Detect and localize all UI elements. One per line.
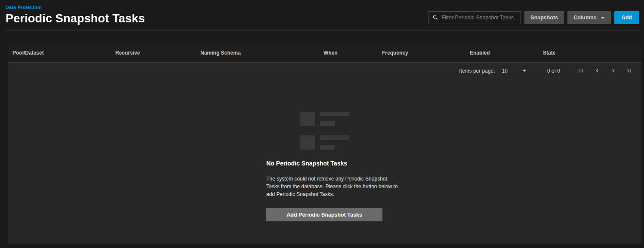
skeleton-square-icon [300, 135, 315, 150]
paginator: Items per page: 10 0 of 0 [8, 63, 641, 79]
skeleton-row [300, 112, 349, 126]
first-page-icon [578, 67, 585, 74]
column-header-state[interactable]: State [543, 50, 641, 56]
skeleton-row [300, 135, 349, 150]
empty-state-message: The system could not retrieve any Period… [266, 175, 398, 198]
tasks-table-card: Pool/Dataset Recursive Naming Schema Whe… [8, 43, 641, 244]
skeleton-line-short [320, 121, 335, 126]
skeleton-line-long [320, 135, 349, 140]
items-per-page-value: 10 [502, 68, 508, 74]
add-periodic-snapshot-tasks-button[interactable]: Add Periodic Snapshot Tasks [266, 208, 382, 221]
first-page-button[interactable] [577, 67, 585, 75]
filter-input[interactable] [441, 15, 517, 21]
column-header-pool-dataset[interactable]: Pool/Dataset [12, 50, 115, 56]
column-header-recursive[interactable]: Recursive [115, 50, 200, 56]
next-page-icon [610, 67, 617, 74]
column-header-enabled[interactable]: Enabled [470, 50, 543, 56]
toolbar: Snapshots Columns Add [428, 11, 639, 24]
items-per-page-caret-icon [522, 70, 527, 72]
search-icon [432, 15, 438, 21]
previous-page-icon [594, 67, 601, 74]
column-header-frequency[interactable]: Frequency [382, 50, 470, 56]
empty-state: No Periodic Snapshot Tasks The system co… [266, 112, 383, 221]
snapshots-button[interactable]: Snapshots [524, 11, 564, 24]
column-header-when[interactable]: When [324, 50, 382, 56]
columns-button-label: Columns [573, 15, 596, 21]
items-per-page-select[interactable]: 10 [495, 68, 527, 74]
last-page-icon [626, 67, 633, 74]
page-range-label: 0 of 0 [547, 68, 560, 74]
skeleton-line-short [320, 145, 335, 150]
columns-button[interactable]: Columns [567, 11, 610, 24]
add-periodic-snapshot-tasks-button-label: Add Periodic Snapshot Tasks [287, 212, 362, 218]
filter-box [428, 11, 521, 24]
skeleton-square-icon [300, 112, 315, 126]
skeleton-lines [320, 135, 349, 150]
chevron-down-icon [601, 17, 605, 19]
pager-nav [577, 67, 633, 75]
next-page-button[interactable] [609, 67, 617, 75]
column-header-naming-schema[interactable]: Naming Schema [200, 50, 324, 56]
previous-page-button[interactable] [593, 67, 601, 75]
snapshots-button-label: Snapshots [530, 15, 558, 21]
add-button-label: Add [622, 15, 632, 21]
add-button[interactable]: Add [614, 11, 639, 24]
breadcrumb[interactable]: Data Protection [6, 5, 42, 10]
skeleton-lines [320, 112, 349, 126]
items-per-page-label: Items per page: [459, 68, 495, 74]
table-header-row: Pool/Dataset Recursive Naming Schema Whe… [8, 43, 641, 63]
empty-state-illustration [300, 112, 349, 150]
empty-state-title: No Periodic Snapshot Tasks [266, 160, 383, 167]
last-page-button[interactable] [625, 67, 633, 75]
skeleton-line-long [320, 112, 349, 116]
